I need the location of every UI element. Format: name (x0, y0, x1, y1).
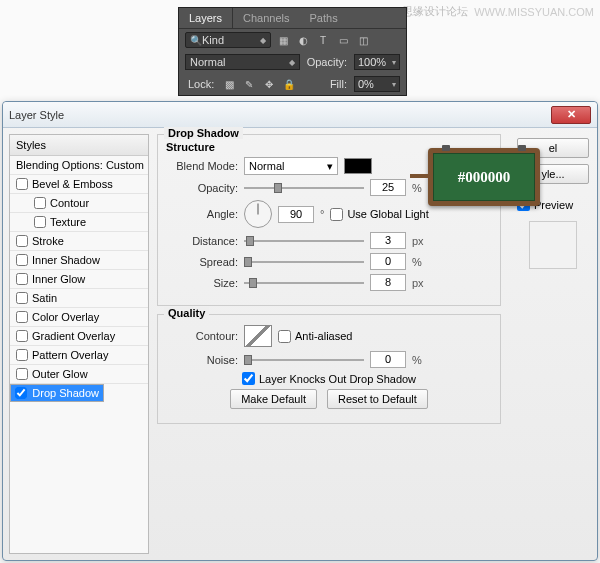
size-slider[interactable] (244, 275, 364, 291)
make-default-button[interactable]: Make Default (230, 389, 317, 409)
style-item-texture[interactable]: Texture (10, 213, 148, 232)
tab-channels[interactable]: Channels (233, 8, 299, 28)
type-filter-icon[interactable]: T (315, 33, 331, 47)
opacity-label: Opacity: (166, 182, 238, 194)
contour-label: Contour: (166, 330, 238, 342)
lock-transparency-icon[interactable]: ▩ (221, 77, 237, 91)
opacity-input[interactable]: 25 (370, 179, 406, 196)
size-input[interactable]: 8 (370, 274, 406, 291)
lock-position-icon[interactable]: ✥ (261, 77, 277, 91)
watermark: 思缘设计论坛 WWW.MISSYUAN.COM (402, 4, 594, 19)
tab-layers[interactable]: Layers (179, 8, 233, 28)
layers-panel: Layers Channels Paths 🔍Kind◆ ▦ ◐ T ▭ ◫ N… (178, 7, 407, 96)
style-item-stroke[interactable]: Stroke (10, 232, 148, 251)
contour-picker[interactable] (244, 325, 272, 347)
style-item-contour[interactable]: Contour (10, 194, 148, 213)
distance-label: Distance: (166, 235, 238, 247)
group-title: Drop Shadow (164, 127, 243, 139)
blend-mode-label: Blend Mode: (166, 160, 238, 172)
style-item-outer-glow[interactable]: Outer Glow (10, 365, 148, 384)
style-item-inner-glow[interactable]: Inner Glow (10, 270, 148, 289)
spread-label: Spread: (166, 256, 238, 268)
size-label: Size: (166, 277, 238, 289)
search-icon: 🔍 (190, 35, 202, 46)
lock-pixels-icon[interactable]: ✎ (241, 77, 257, 91)
close-button[interactable]: ✕ (551, 106, 591, 124)
styles-header[interactable]: Styles (10, 135, 148, 156)
opacity-label: Opacity: (304, 56, 350, 68)
distance-slider[interactable] (244, 233, 364, 249)
kind-filter[interactable]: 🔍Kind◆ (185, 32, 271, 48)
layers-tabs: Layers Channels Paths (179, 8, 406, 29)
tab-paths[interactable]: Paths (300, 8, 348, 28)
preview-swatch (529, 221, 577, 269)
noise-slider[interactable] (244, 352, 364, 368)
shape-filter-icon[interactable]: ▭ (335, 33, 351, 47)
adjust-filter-icon[interactable]: ◐ (295, 33, 311, 47)
spread-slider[interactable] (244, 254, 364, 270)
reset-default-button[interactable]: Reset to Default (327, 389, 428, 409)
titlebar[interactable]: Layer Style ✕ (3, 102, 597, 128)
noise-label: Noise: (166, 354, 238, 366)
knockout-checkbox[interactable]: Layer Knocks Out Drop Shadow (242, 372, 416, 385)
color-value: #000000 (433, 153, 535, 201)
smart-filter-icon[interactable]: ◫ (355, 33, 371, 47)
anti-aliased-checkbox[interactable]: Anti-aliased (278, 330, 352, 343)
style-item-inner-shadow[interactable]: Inner Shadow (10, 251, 148, 270)
pixel-filter-icon[interactable]: ▦ (275, 33, 291, 47)
style-item-bevel-emboss[interactable]: Bevel & Emboss (10, 175, 148, 194)
blend-mode-select[interactable]: Normal◆ (185, 54, 300, 70)
fill-label: Fill: (327, 78, 350, 90)
blending-options[interactable]: Blending Options: Custom (10, 156, 148, 175)
lock-all-icon[interactable]: 🔒 (281, 77, 297, 91)
use-global-light-checkbox[interactable]: Use Global Light (330, 208, 428, 221)
style-item-drop-shadow[interactable]: Drop Shadow (10, 384, 104, 402)
style-item-satin[interactable]: Satin (10, 289, 148, 308)
noise-input[interactable]: 0 (370, 351, 406, 368)
color-swatch[interactable] (344, 158, 372, 174)
blend-mode-dropdown[interactable]: Normal▾ (244, 157, 338, 175)
angle-label: Angle: (166, 208, 238, 220)
style-item-pattern-overlay[interactable]: Pattern Overlay (10, 346, 148, 365)
angle-dial[interactable] (244, 200, 272, 228)
opacity-slider[interactable] (244, 180, 364, 196)
style-item-gradient-overlay[interactable]: Gradient Overlay (10, 327, 148, 346)
spread-input[interactable]: 0 (370, 253, 406, 270)
fill-value[interactable]: 0%▾ (354, 76, 400, 92)
style-item-color-overlay[interactable]: Color Overlay (10, 308, 148, 327)
opacity-value[interactable]: 100%▾ (354, 54, 400, 70)
dialog-title: Layer Style (9, 109, 64, 121)
style-list: Styles Blending Options: Custom Bevel & … (9, 134, 149, 554)
lock-label: Lock: (185, 78, 217, 90)
distance-input[interactable]: 3 (370, 232, 406, 249)
angle-input[interactable]: 90 (278, 206, 314, 223)
color-callout: #000000 (428, 148, 540, 206)
quality-heading: Quality (164, 307, 209, 319)
